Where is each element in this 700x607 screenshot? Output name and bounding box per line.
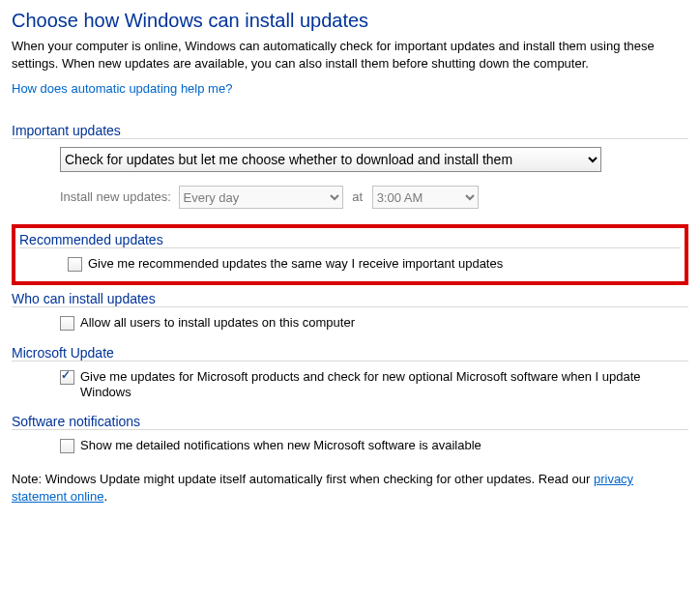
important-updates-select[interactable]: Check for updates but let me choose whet… [60, 147, 601, 172]
schedule-time-select[interactable]: 3:00 AM [372, 186, 479, 209]
schedule-day-select[interactable]: Every day [179, 186, 343, 209]
help-link[interactable]: How does automatic updating help me? [12, 81, 232, 96]
microsoft-update-checkbox[interactable] [60, 370, 74, 385]
schedule-label: Install new updates: [60, 189, 171, 204]
recommended-checkbox[interactable] [68, 257, 82, 272]
schedule-row: Install new updates: Every day at 3:00 A… [60, 186, 688, 209]
section-important-updates: Important updates [12, 123, 688, 139]
note-suffix: . [103, 489, 107, 504]
allow-all-users-checkbox[interactable] [60, 316, 74, 331]
section-software-notifications: Software notifications [12, 414, 688, 430]
notifications-label: Show me detailed notifications when new … [80, 438, 688, 453]
section-recommended-updates: Recommended updates [19, 232, 681, 248]
section-who-can-install: Who can install updates [12, 291, 688, 307]
note-prefix: Note: Windows Update might update itself… [12, 472, 594, 486]
microsoft-update-label: Give me updates for Microsoft products a… [80, 369, 688, 401]
notifications-checkbox[interactable] [60, 439, 74, 453]
footer-note: Note: Windows Update might update itself… [12, 471, 688, 505]
at-label: at [352, 189, 363, 204]
recommended-checkbox-label: Give me recommended updates the same way… [88, 256, 685, 272]
page-description: When your computer is online, Windows ca… [12, 38, 688, 72]
recommended-highlight: Recommended updates Give me recommended … [12, 224, 688, 285]
allow-all-users-label: Allow all users to install updates on th… [80, 315, 688, 331]
page-title: Choose how Windows can install updates [12, 10, 688, 32]
section-microsoft-update: Microsoft Update [12, 345, 688, 361]
